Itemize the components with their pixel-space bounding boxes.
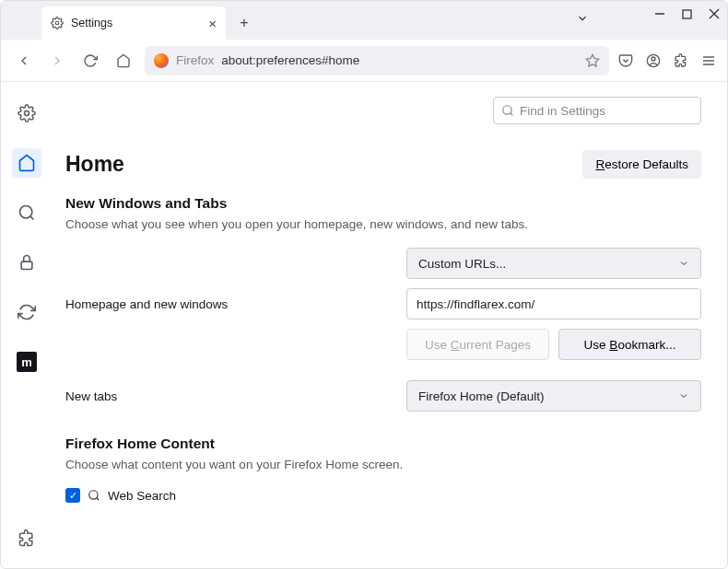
- web-search-label: Web Search: [108, 489, 176, 503]
- sidebar-home[interactable]: [12, 148, 41, 178]
- minimize-button[interactable]: [654, 8, 665, 19]
- reload-button[interactable]: [78, 49, 102, 73]
- close-tab-button[interactable]: ×: [208, 16, 217, 31]
- tab-settings[interactable]: Settings ×: [41, 6, 226, 40]
- account-icon[interactable]: [646, 53, 661, 68]
- svg-line-18: [97, 498, 100, 501]
- svg-rect-14: [21, 261, 32, 269]
- svg-point-15: [503, 106, 511, 114]
- homepage-label: Homepage and new windows: [65, 297, 360, 311]
- svg-point-12: [20, 206, 32, 218]
- tab-title: Settings: [71, 17, 112, 29]
- gear-icon: [51, 17, 64, 29]
- find-in-settings-input[interactable]: Find in Settings: [493, 97, 701, 124]
- settings-main: Find in Settings Home Restore Defaults N…: [53, 82, 727, 569]
- use-bookmark-button[interactable]: Use Bookmark...: [558, 329, 701, 360]
- sidebar-search[interactable]: [12, 198, 41, 227]
- sidebar-general[interactable]: [12, 99, 41, 128]
- pocket-icon[interactable]: [618, 53, 633, 68]
- urlbar-brand: Firefox: [176, 53, 214, 67]
- chevron-down-icon: [678, 390, 689, 401]
- restore-defaults-button[interactable]: Restore Defaults: [582, 150, 701, 179]
- newtabs-label: New tabs: [65, 389, 360, 403]
- svg-line-13: [30, 216, 34, 220]
- sidebar-extensions[interactable]: [12, 524, 41, 553]
- sidebar-privacy[interactable]: [12, 248, 41, 277]
- app-menu-icon[interactable]: [701, 53, 716, 68]
- section-desc: Choose what you see when you open your h…: [65, 217, 701, 231]
- svg-marker-5: [586, 54, 598, 66]
- checkbox-checked-icon[interactable]: ✓: [65, 488, 80, 503]
- bookmark-star-icon[interactable]: [585, 53, 600, 68]
- content-area: m Find in Settings Home Restore Defaults…: [1, 82, 727, 569]
- back-button[interactable]: [12, 49, 36, 73]
- sidebar-more-from-mozilla[interactable]: m: [12, 347, 41, 377]
- tab-bar: Settings × +: [1, 1, 727, 40]
- mozilla-icon: m: [17, 352, 37, 372]
- use-current-pages-button: Use Current Pages: [406, 329, 549, 360]
- svg-point-0: [55, 21, 59, 25]
- search-icon: [88, 489, 100, 502]
- svg-point-11: [25, 111, 29, 116]
- chevron-down-icon: [678, 258, 689, 269]
- svg-point-7: [652, 57, 655, 61]
- forward-button[interactable]: [45, 49, 69, 73]
- homepage-mode-select[interactable]: Custom URLs...: [406, 248, 701, 279]
- web-search-row[interactable]: ✓ Web Search: [65, 488, 701, 503]
- search-icon: [501, 104, 514, 117]
- section-home-content: Firefox Home Content: [65, 435, 701, 452]
- new-tab-button[interactable]: +: [231, 10, 257, 36]
- select-value: Firefox Home (Default): [418, 389, 545, 403]
- newtabs-select[interactable]: Firefox Home (Default): [406, 380, 701, 412]
- navigation-toolbar: Firefox about:preferences#home: [1, 40, 727, 82]
- find-placeholder: Find in Settings: [520, 104, 605, 118]
- section-home-content-desc: Choose what content you want on your Fir…: [65, 458, 701, 471]
- maximize-button[interactable]: [682, 9, 692, 19]
- urlbar-text: about:preferences#home: [221, 53, 359, 67]
- homepage-url-input[interactable]: [406, 288, 701, 319]
- svg-rect-2: [683, 10, 691, 18]
- tabs-dropdown-button[interactable]: [576, 12, 589, 25]
- url-bar[interactable]: Firefox about:preferences#home: [145, 46, 609, 75]
- svg-point-17: [89, 491, 98, 499]
- svg-line-16: [511, 113, 513, 116]
- home-button[interactable]: [112, 49, 135, 73]
- select-value: Custom URLs...: [418, 257, 506, 271]
- settings-sidebar: m: [1, 82, 53, 569]
- window-controls: [654, 8, 720, 19]
- firefox-logo-icon: [154, 53, 169, 68]
- close-window-button[interactable]: [709, 8, 720, 19]
- extensions-icon[interactable]: [674, 53, 688, 68]
- section-new-windows-tabs: New Windows and Tabs: [65, 195, 701, 212]
- sidebar-sync[interactable]: [12, 297, 41, 327]
